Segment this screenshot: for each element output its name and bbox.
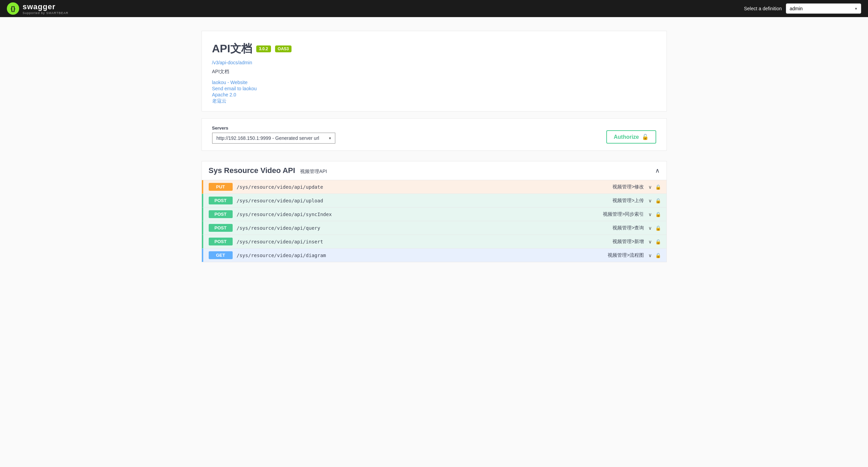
method-badge-1: POST — [209, 197, 233, 204]
servers-label: Servers — [212, 125, 335, 131]
svg-text:{}: {} — [11, 5, 15, 12]
endpoint-path-1: /sys/resource/video/api/upload — [237, 198, 605, 203]
api-section-title-group: Sys Resource Video API 视频管理API — [209, 166, 327, 175]
api-links: laokou - Website Send email to laokou Ap… — [212, 80, 656, 104]
header-right: Select a definition admin — [744, 3, 861, 14]
app-header: {} swagger Supported by SMARTBEAR Select… — [0, 0, 868, 17]
select-definition-label: Select a definition — [744, 6, 782, 11]
api-section-header[interactable]: Sys Resource Video API 视频管理API ∧ — [202, 161, 666, 180]
method-badge-3: POST — [209, 224, 233, 232]
server-select-wrapper: http://192.168.150.1:9999 - Generated se… — [212, 133, 335, 144]
method-badge-4: POST — [209, 238, 233, 245]
definition-select[interactable]: admin — [786, 3, 861, 14]
endpoint-path-3: /sys/resource/video/api/query — [237, 225, 605, 231]
endpoint-row-3[interactable]: POST/sys/resource/video/api/query视频管理>查询… — [202, 221, 666, 235]
server-select[interactable]: http://192.168.150.1:9999 - Generated se… — [212, 133, 335, 144]
main-content: API文档 3.0.2 OAS3 /v3/api-docs/admin API文… — [195, 17, 674, 275]
endpoint-desc-3: 视频管理>查询 — [612, 225, 644, 231]
definition-select-wrapper: admin — [786, 3, 861, 14]
servers-left: Servers http://192.168.150.1:9999 - Gene… — [212, 125, 335, 144]
api-section-video: Sys Resource Video API 视频管理API ∧ PUT/sys… — [202, 161, 667, 262]
api-title-row: API文档 3.0.2 OAS3 — [212, 41, 656, 56]
endpoint-desc-0: 视频管理>修改 — [612, 184, 644, 190]
endpoint-row-1[interactable]: POST/sys/resource/video/api/upload视频管理>上… — [202, 194, 666, 208]
swagger-logo-icon: {} — [7, 2, 19, 15]
endpoint-row-2[interactable]: POST/sys/resource/video/api/syncIndex视频管… — [202, 208, 666, 221]
endpoint-path-0: /sys/resource/video/api/update — [237, 184, 605, 190]
endpoint-right-2: ∨🔒 — [648, 212, 661, 217]
version-badge: 3.0.2 — [256, 45, 271, 52]
endpoint-path-2: /sys/resource/video/api/syncIndex — [237, 212, 596, 217]
method-badge-2: POST — [209, 210, 233, 218]
logo-text: swagger — [23, 2, 55, 11]
endpoint-right-0: ∨🔒 — [648, 184, 661, 190]
endpoint-chevron-3: ∨ — [648, 225, 652, 231]
api-description: API文档 — [212, 69, 656, 75]
endpoint-desc-4: 视频管理>新增 — [612, 239, 644, 245]
authorize-button[interactable]: Authorize 🔓 — [606, 130, 656, 144]
authorize-label: Authorize — [614, 134, 639, 140]
endpoint-row-5[interactable]: GET/sys/resource/video/api/diagram视频管理>流… — [202, 249, 666, 262]
servers-section: Servers http://192.168.150.1:9999 - Gene… — [202, 118, 667, 151]
endpoint-right-5: ∨🔒 — [648, 253, 661, 258]
api-title: API文档 — [212, 41, 252, 56]
link-website[interactable]: laokou - Website — [212, 80, 656, 85]
api-section-subtitle: 视频管理API — [300, 169, 327, 174]
endpoints-container: PUT/sys/resource/video/api/update视频管理>修改… — [202, 180, 666, 262]
endpoint-lock-icon-4: 🔒 — [655, 239, 661, 244]
endpoint-desc-1: 视频管理>上传 — [612, 198, 644, 204]
endpoint-lock-icon-1: 🔒 — [655, 198, 661, 203]
endpoint-desc-2: 视频管理>同步索引 — [603, 211, 644, 217]
endpoint-right-3: ∨🔒 — [648, 225, 661, 231]
endpoint-lock-icon-5: 🔒 — [655, 253, 661, 258]
method-badge-5: GET — [209, 251, 233, 259]
lock-icon: 🔓 — [642, 134, 649, 140]
endpoint-path-5: /sys/resource/video/api/diagram — [237, 253, 600, 258]
endpoint-chevron-4: ∨ — [648, 239, 652, 244]
api-url-link[interactable]: /v3/api-docs/admin — [212, 60, 656, 65]
method-badge-0: PUT — [209, 183, 233, 191]
endpoint-right-4: ∨🔒 — [648, 239, 661, 244]
api-section-title: Sys Resource Video API — [209, 166, 295, 175]
endpoint-chevron-0: ∨ — [648, 184, 652, 190]
endpoint-lock-icon-2: 🔒 — [655, 212, 661, 217]
link-email[interactable]: Send email to laokou — [212, 86, 656, 91]
endpoint-chevron-2: ∨ — [648, 212, 652, 217]
section-collapse-icon: ∧ — [655, 167, 660, 174]
endpoint-lock-icon-3: 🔒 — [655, 225, 661, 231]
logo: {} swagger Supported by SMARTBEAR — [7, 2, 68, 15]
endpoint-row-4[interactable]: POST/sys/resource/video/api/insert视频管理>新… — [202, 235, 666, 249]
endpoint-chevron-1: ∨ — [648, 198, 652, 203]
api-info-panel: API文档 3.0.2 OAS3 /v3/api-docs/admin API文… — [202, 31, 667, 111]
endpoint-desc-5: 视频管理>流程图 — [608, 252, 644, 258]
logo-sub: Supported by SMARTBEAR — [23, 11, 68, 15]
endpoint-row-0[interactable]: PUT/sys/resource/video/api/update视频管理>修改… — [202, 180, 666, 194]
endpoint-chevron-5: ∨ — [648, 253, 652, 258]
oas-badge: OAS3 — [275, 45, 292, 52]
link-org[interactable]: 老寇云 — [212, 98, 656, 104]
endpoint-path-4: /sys/resource/video/api/insert — [237, 239, 605, 244]
endpoint-lock-icon-0: 🔒 — [655, 184, 661, 190]
endpoint-right-1: ∨🔒 — [648, 198, 661, 203]
link-license[interactable]: Apache 2.0 — [212, 92, 656, 97]
